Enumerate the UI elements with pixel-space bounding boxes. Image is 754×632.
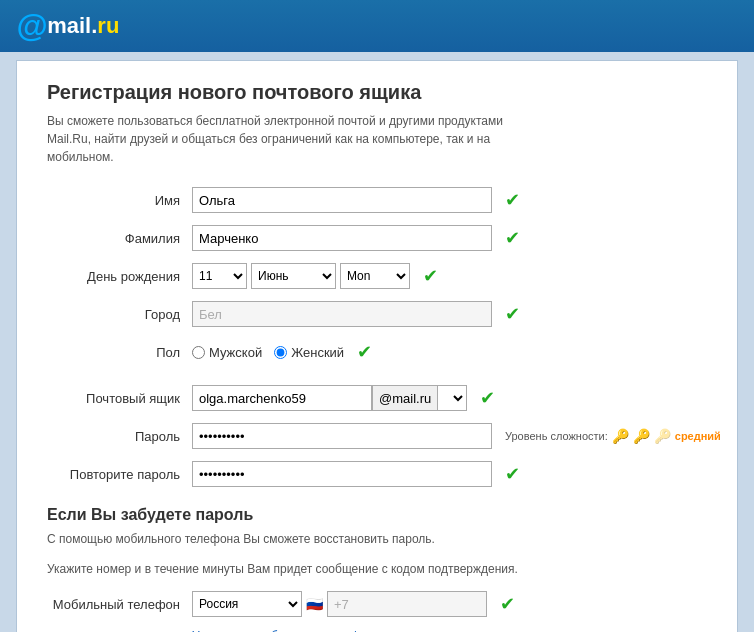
password-input[interactable]: [192, 423, 492, 449]
phone-row: Мобильный телефон Россия 🇷🇺 ✔: [47, 590, 707, 618]
birthday-group: 11 Июнь Mon: [192, 263, 410, 289]
gender-male-text: Мужской: [209, 345, 262, 360]
confirm-password-row: Повторите пароль ✔: [47, 460, 707, 488]
surname-control: ✔: [192, 225, 707, 251]
key-icon-2: 🔑: [633, 428, 650, 444]
phone-check-icon: ✔: [500, 593, 515, 615]
birthday-day-select[interactable]: 11: [192, 263, 247, 289]
mailbox-domain-select[interactable]: [437, 385, 467, 411]
mailbox-label: Почтовый ящик: [47, 391, 192, 406]
confirm-input[interactable]: [192, 461, 492, 487]
logo-mail-text: mail: [47, 13, 91, 39]
surname-check-icon: ✔: [505, 227, 520, 249]
phone-country-select[interactable]: Россия: [192, 591, 302, 617]
gender-male-radio[interactable]: [192, 346, 205, 359]
name-input[interactable]: [192, 187, 492, 213]
mailbox-group: @mail.ru: [192, 385, 467, 411]
gender-row: Пол Мужской Женский ✔: [47, 338, 707, 366]
gender-group: Мужской Женский: [192, 345, 344, 360]
confirm-check-icon: ✔: [505, 463, 520, 485]
city-input[interactable]: [192, 301, 492, 327]
phone-control: Россия 🇷🇺 ✔: [192, 591, 707, 617]
birthday-year-select[interactable]: Mon: [340, 263, 410, 289]
name-row: Имя ✔: [47, 186, 707, 214]
phone-label: Мобильный телефон: [47, 597, 192, 612]
gender-female-radio[interactable]: [274, 346, 287, 359]
phone-group: Россия 🇷🇺: [192, 591, 487, 617]
mailbox-check-icon: ✔: [480, 387, 495, 409]
flag-icon: 🇷🇺: [306, 596, 323, 612]
complexity-value: средний: [675, 430, 721, 442]
mailbox-control: @mail.ru ✔: [192, 385, 707, 411]
complexity-indicator: Уровень сложности: 🔑 🔑 🔑 средний: [505, 428, 721, 444]
mailbox-domain-text: @mail.ru: [372, 385, 437, 411]
complexity-label: Уровень сложности:: [505, 430, 608, 442]
logo-ru-text: ru: [97, 13, 119, 39]
gender-control: Мужской Женский ✔: [192, 341, 707, 363]
section-desc-1: С помощью мобильного телефона Вы сможете…: [47, 530, 707, 548]
birthday-control: 11 Июнь Mon ✔: [192, 263, 707, 289]
logo: @ mail . ru: [16, 8, 119, 45]
password-control: Уровень сложности: 🔑 🔑 🔑 средний: [192, 423, 721, 449]
password-label: Пароль: [47, 429, 192, 444]
header: @ mail . ru: [0, 0, 754, 52]
gender-label: Пол: [47, 345, 192, 360]
gender-female-text: Женский: [291, 345, 344, 360]
birthday-label: День рождения: [47, 269, 192, 284]
confirm-label: Повторите пароль: [47, 467, 192, 482]
logo-at-sign: @: [16, 8, 47, 45]
city-label: Город: [47, 307, 192, 322]
phone-input[interactable]: [327, 591, 487, 617]
birthday-check-icon: ✔: [423, 265, 438, 287]
forgot-section: Если Вы забудете пароль С помощью мобиль…: [47, 506, 707, 578]
name-check-icon: ✔: [505, 189, 520, 211]
surname-input[interactable]: [192, 225, 492, 251]
section-desc-2: Укажите номер и в течение минуты Вам при…: [47, 560, 707, 578]
password-row: Пароль Уровень сложности: 🔑 🔑 🔑 средний: [47, 422, 707, 450]
key-icon-1: 🔑: [612, 428, 629, 444]
name-label: Имя: [47, 193, 192, 208]
registration-form: Регистрация нового почтового ящика Вы см…: [16, 60, 738, 632]
surname-label: Фамилия: [47, 231, 192, 246]
no-phone-link-row: У меня нет мобильного телефона: [192, 628, 707, 632]
page-title: Регистрация нового почтового ящика: [47, 81, 707, 104]
city-row: Город ✔: [47, 300, 707, 328]
mailbox-input[interactable]: [192, 385, 372, 411]
gender-check-icon: ✔: [357, 341, 372, 363]
surname-row: Фамилия ✔: [47, 224, 707, 252]
section-title: Если Вы забудете пароль: [47, 506, 707, 524]
page-description: Вы сможете пользоваться бесплатной элект…: [47, 112, 547, 166]
birthday-row: День рождения 11 Июнь Mon ✔: [47, 262, 707, 290]
city-check-icon: ✔: [505, 303, 520, 325]
key-icon-3: 🔑: [654, 428, 671, 444]
name-control: ✔: [192, 187, 707, 213]
gender-female-label[interactable]: Женский: [274, 345, 344, 360]
city-control: ✔: [192, 301, 707, 327]
confirm-control: ✔: [192, 461, 707, 487]
gender-male-label[interactable]: Мужской: [192, 345, 262, 360]
birthday-month-select[interactable]: Июнь: [251, 263, 336, 289]
mailbox-row: Почтовый ящик @mail.ru ✔: [47, 384, 707, 412]
